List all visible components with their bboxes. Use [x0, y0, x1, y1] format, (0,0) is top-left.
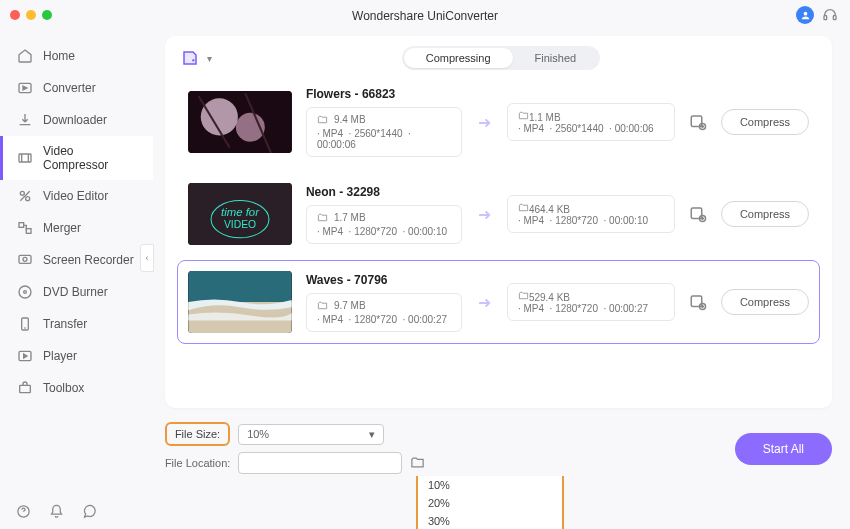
status-tabs: Compressing Finished: [402, 46, 600, 70]
feedback-icon[interactable]: [82, 504, 97, 519]
sidebar-item-toolbox[interactable]: Toolbox: [0, 372, 153, 404]
svg-point-5: [20, 191, 24, 195]
arrow-icon: ➜: [476, 205, 493, 224]
svg-rect-4: [19, 154, 31, 162]
file-location-input[interactable]: [238, 452, 402, 474]
output-info: 464.4 KB · MP4 · 1280*720 · 00:00:10: [507, 195, 675, 233]
file-name: Flowers - 66823: [306, 87, 462, 101]
sidebar-item-label: Video Editor: [43, 189, 108, 203]
file-size-option[interactable]: 20%: [418, 494, 562, 512]
close-window[interactable]: [10, 10, 20, 20]
file-size-dropdown: 10% 20% 30% 40% 50% 60%: [416, 476, 564, 529]
sidebar-item-label: Home: [43, 49, 75, 63]
user-avatar[interactable]: [796, 6, 814, 24]
sidebar-item-player[interactable]: Player: [0, 340, 153, 372]
file-size-value: 10%: [247, 428, 269, 440]
sidebar-item-home[interactable]: Home: [0, 40, 153, 72]
sidebar-item-video-editor[interactable]: Video Editor: [0, 180, 153, 212]
file-name: Neon - 32298: [306, 185, 462, 199]
file-size-option[interactable]: 30%: [418, 512, 562, 529]
sidebar-item-merger[interactable]: Merger: [0, 212, 153, 244]
minimize-window[interactable]: [26, 10, 36, 20]
svg-text:time for: time for: [221, 206, 260, 218]
file-location-label: File Location:: [165, 457, 230, 469]
svg-point-6: [26, 197, 30, 201]
file-size-option[interactable]: 10%: [418, 476, 562, 494]
row-settings-icon[interactable]: [689, 205, 707, 223]
source-info: 9.4 MB · MP4 · 2560*1440 · 00:00:06: [306, 107, 462, 157]
svg-rect-15: [20, 385, 31, 392]
sidebar-item-label: Screen Recorder: [43, 253, 134, 267]
source-info: 9.7 MB · MP4 · 1280*720 · 00:00:27: [306, 293, 462, 332]
sidebar-item-label: Merger: [43, 221, 81, 235]
svg-rect-1: [824, 16, 827, 20]
compress-button[interactable]: Compress: [721, 201, 809, 227]
source-info: 1.7 MB · MP4 · 1280*720 · 00:00:10: [306, 205, 462, 244]
home-icon: [17, 48, 33, 64]
sidebar-item-label: Downloader: [43, 113, 107, 127]
add-file-dropdown[interactable]: ▾: [207, 53, 212, 64]
download-icon: [17, 112, 33, 128]
editor-icon: [17, 188, 33, 204]
file-row[interactable]: time forVIDEO Neon - 32298 1.7 MB · MP4 …: [177, 172, 820, 256]
file-row[interactable]: Flowers - 66823 9.4 MB · MP4 · 2560*1440…: [177, 76, 820, 168]
svg-point-0: [803, 11, 807, 15]
sidebar-item-converter[interactable]: Converter: [0, 72, 153, 104]
svg-rect-31: [188, 271, 291, 302]
toolbox-icon: [17, 380, 33, 396]
arrow-icon: ➜: [476, 293, 493, 312]
file-size-select[interactable]: 10% ▾: [238, 424, 384, 445]
sidebar-collapse-handle[interactable]: ‹: [140, 244, 154, 272]
transfer-icon: [17, 316, 33, 332]
support-icon[interactable]: [822, 7, 838, 23]
output-info: 529.4 KB · MP4 · 1280*720 · 00:00:27: [507, 283, 675, 321]
maximize-window[interactable]: [42, 10, 52, 20]
tab-compressing[interactable]: Compressing: [404, 48, 513, 68]
add-file-button[interactable]: [181, 49, 199, 67]
compress-button[interactable]: Compress: [721, 109, 809, 135]
file-size-label: File Size:: [165, 422, 230, 446]
video-thumbnail: [188, 91, 292, 153]
sidebar-item-label: DVD Burner: [43, 285, 108, 299]
video-thumbnail: time forVIDEO: [188, 183, 292, 245]
svg-text:VIDEO: VIDEO: [224, 219, 256, 230]
sidebar-item-transfer[interactable]: Transfer: [0, 308, 153, 340]
compress-button[interactable]: Compress: [721, 289, 809, 315]
svg-rect-9: [19, 255, 31, 263]
row-settings-icon[interactable]: [689, 113, 707, 131]
svg-point-12: [24, 291, 27, 294]
video-thumbnail: [188, 271, 292, 333]
player-icon: [17, 348, 33, 364]
output-info: 1.1 MB · MP4 · 2560*1440 · 00:00:06: [507, 103, 675, 141]
svg-rect-7: [19, 223, 24, 228]
svg-point-11: [19, 286, 31, 298]
help-icon[interactable]: [16, 504, 31, 519]
sidebar-item-label: Video Compressor: [43, 144, 139, 172]
window-controls[interactable]: [10, 10, 52, 20]
svg-point-10: [23, 257, 27, 261]
sidebar-item-dvd-burner[interactable]: DVD Burner: [0, 276, 153, 308]
file-row[interactable]: Waves - 70796 9.7 MB · MP4 · 1280*720 · …: [177, 260, 820, 344]
chevron-down-icon: ▾: [369, 428, 375, 441]
file-list: Flowers - 66823 9.4 MB · MP4 · 2560*1440…: [165, 74, 832, 350]
title-bar: Wondershare UniConverter: [0, 0, 850, 32]
merger-icon: [17, 220, 33, 236]
tab-finished[interactable]: Finished: [513, 48, 599, 68]
notification-icon[interactable]: [49, 504, 64, 519]
sidebar: Home Converter Downloader Video Compress…: [0, 32, 153, 529]
svg-rect-2: [833, 16, 836, 20]
sidebar-item-downloader[interactable]: Downloader: [0, 104, 153, 136]
sidebar-item-video-compressor[interactable]: Video Compressor: [0, 136, 153, 180]
sidebar-item-label: Toolbox: [43, 381, 84, 395]
row-settings-icon[interactable]: [689, 293, 707, 311]
sidebar-item-label: Player: [43, 349, 77, 363]
sidebar-item-screen-recorder[interactable]: Screen Recorder: [0, 244, 153, 276]
sidebar-item-label: Converter: [43, 81, 96, 95]
converter-icon: [17, 80, 33, 96]
app-title: Wondershare UniConverter: [352, 9, 498, 23]
start-all-button[interactable]: Start All: [735, 433, 832, 465]
recorder-icon: [17, 252, 33, 268]
compressor-icon: [17, 150, 33, 166]
svg-rect-8: [26, 229, 31, 234]
browse-folder-icon[interactable]: [410, 455, 425, 472]
